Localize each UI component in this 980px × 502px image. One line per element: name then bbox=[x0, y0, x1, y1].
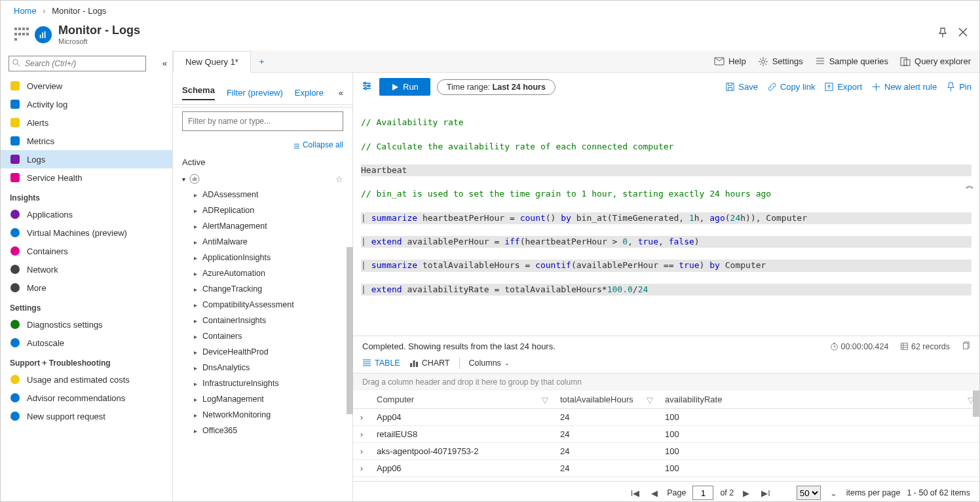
tree-item[interactable]: ADAssessment bbox=[182, 187, 343, 203]
expand-row-icon[interactable]: › bbox=[353, 459, 370, 476]
tree-item[interactable]: ApplicationInsights bbox=[182, 250, 343, 265]
tree-item[interactable]: AntiMalware bbox=[182, 234, 343, 250]
table-row[interactable]: ›App0624100 bbox=[353, 459, 979, 476]
expand-row-icon[interactable]: › bbox=[353, 408, 370, 425]
help-button[interactable]: Help bbox=[714, 50, 746, 72]
nav-item[interactable]: Diagnostics settings bbox=[1, 315, 172, 334]
nav-item[interactable]: Virtual Machines (preview) bbox=[1, 223, 172, 242]
time-range-selector[interactable]: Time range: Last 24 hours bbox=[437, 79, 556, 95]
tree-item[interactable]: InfrastructureInsights bbox=[182, 376, 343, 391]
run-button[interactable]: Run bbox=[379, 78, 430, 96]
search-input[interactable] bbox=[9, 56, 146, 71]
nav-item-logs[interactable]: Logs bbox=[1, 150, 172, 168]
page-input[interactable] bbox=[692, 486, 713, 500]
tree-item[interactable]: DeviceHealthProd bbox=[182, 344, 343, 360]
col-availability[interactable]: availabilityRate▽ bbox=[658, 391, 979, 409]
table-row[interactable]: ›deletethisvm24100 bbox=[353, 476, 979, 481]
tree-item[interactable]: Office365 bbox=[182, 423, 343, 438]
nav-item[interactable]: Advisor recommendations bbox=[1, 389, 172, 407]
expand-row-icon[interactable]: › bbox=[353, 476, 370, 481]
next-page-button[interactable]: ▶ bbox=[740, 488, 752, 498]
pin-button[interactable]: Pin bbox=[946, 82, 971, 92]
new-alert-button[interactable]: New alert rule bbox=[871, 82, 937, 92]
table-view-tab[interactable]: TABLE bbox=[362, 358, 400, 368]
close-icon[interactable] bbox=[958, 28, 968, 40]
tree-item[interactable]: AlertManagement bbox=[182, 218, 343, 234]
health-icon bbox=[10, 172, 20, 183]
explore-tab[interactable]: Explore bbox=[295, 88, 324, 98]
alerts-icon bbox=[10, 117, 20, 128]
expand-row-icon[interactable]: › bbox=[353, 442, 370, 459]
page-label: Page bbox=[667, 488, 686, 497]
nav-label: Logs bbox=[27, 155, 45, 164]
add-tab-button[interactable]: ＋ bbox=[251, 50, 273, 72]
tree-workspace[interactable]: ▾ ☆ bbox=[182, 171, 343, 187]
svg-rect-38 bbox=[416, 362, 418, 367]
query-editor[interactable]: // Availability rate // Calculate the av… bbox=[353, 101, 979, 336]
group-by-hint[interactable]: Drag a column header and drop it here to… bbox=[353, 374, 979, 391]
first-page-button[interactable]: I◀ bbox=[628, 488, 642, 498]
tree-item[interactable]: LogManagement bbox=[182, 391, 343, 407]
filter-icon[interactable]: ▽ bbox=[542, 395, 548, 405]
tree-item[interactable]: ContainerInsights bbox=[182, 313, 343, 328]
svg-rect-35 bbox=[963, 343, 968, 349]
tree-item[interactable]: ChangeTracking bbox=[182, 281, 343, 297]
nav-item-health[interactable]: Service Health bbox=[1, 168, 172, 187]
schema-scrollbar[interactable] bbox=[347, 247, 353, 414]
settings-button[interactable]: Settings bbox=[758, 50, 803, 72]
tree-item[interactable]: DnsAnalytics bbox=[182, 360, 343, 376]
nav-item[interactable]: Usage and estimated costs bbox=[1, 370, 172, 389]
resource-icon bbox=[14, 27, 29, 43]
schema-tab[interactable]: Schema bbox=[182, 85, 215, 100]
tree-item[interactable]: CompatibilityAssessment bbox=[182, 297, 343, 313]
table-row[interactable]: ›App0424100 bbox=[353, 408, 979, 425]
columns-button[interactable]: Columns ⌄ bbox=[469, 358, 510, 368]
col-computer[interactable]: Computer▽ bbox=[370, 391, 554, 409]
copy-results-icon[interactable] bbox=[962, 341, 970, 352]
tree-item[interactable]: Containers bbox=[182, 328, 343, 344]
filter-tab[interactable]: Filter (preview) bbox=[227, 88, 283, 98]
chart-view-tab[interactable]: CHART bbox=[409, 358, 450, 368]
pin-icon[interactable] bbox=[937, 28, 948, 40]
grid-scrollbar[interactable] bbox=[973, 391, 979, 417]
svg-point-21 bbox=[761, 60, 764, 63]
nav-item-alerts[interactable]: Alerts bbox=[1, 113, 172, 132]
save-button[interactable]: Save bbox=[725, 82, 758, 92]
nav-item-overview[interactable]: Overview bbox=[1, 77, 172, 95]
collapse-nav-icon[interactable]: « bbox=[162, 58, 167, 68]
collapse-all-button[interactable]: Collapse all bbox=[173, 138, 352, 153]
nav-item-metrics[interactable]: Metrics bbox=[1, 132, 172, 150]
copy-link-button[interactable]: Copy link bbox=[767, 82, 815, 92]
prev-page-button[interactable]: ◀ bbox=[649, 488, 660, 498]
expand-editor-icon[interactable]: ︽ bbox=[966, 180, 974, 191]
tree-item[interactable]: AzureAutomation bbox=[182, 265, 343, 281]
sample-queries-button[interactable]: Sample queries bbox=[815, 50, 888, 72]
nav-item[interactable]: Autoscale bbox=[1, 334, 172, 352]
last-page-button[interactable]: ▶I bbox=[759, 488, 772, 498]
collapse-schema-icon[interactable]: « bbox=[339, 88, 343, 98]
nav-item[interactable]: More bbox=[1, 279, 172, 297]
table-row[interactable]: ›aks-agentpool-40719753-224100 bbox=[353, 442, 979, 459]
page-title: Monitor - Logs bbox=[58, 24, 140, 37]
filter-icon[interactable]: ▽ bbox=[647, 395, 653, 405]
nav-item[interactable]: Network bbox=[1, 260, 172, 279]
export-button[interactable]: Export bbox=[824, 82, 862, 92]
nav-item[interactable]: New support request bbox=[1, 407, 172, 425]
tree-item[interactable]: NetworkMonitoring bbox=[182, 407, 343, 423]
query-settings-icon[interactable] bbox=[361, 80, 373, 94]
favorite-icon[interactable]: ☆ bbox=[335, 174, 343, 184]
nav-item-activity[interactable]: Activity log bbox=[1, 95, 172, 113]
nav-item[interactable]: Applications bbox=[1, 205, 172, 223]
nav-item[interactable]: Containers bbox=[1, 242, 172, 260]
query-tab[interactable]: New Query 1* bbox=[173, 51, 251, 73]
table-row[interactable]: ›retailEUS824100 bbox=[353, 425, 979, 442]
expand-row-icon[interactable]: › bbox=[353, 425, 370, 442]
svg-point-10 bbox=[10, 210, 20, 219]
query-explorer-button[interactable]: Query explorer bbox=[900, 50, 971, 72]
col-total-hours[interactable]: totalAvailableHours▽ bbox=[554, 391, 658, 409]
page-size-select[interactable]: 50 bbox=[797, 486, 821, 500]
breadcrumb-home[interactable]: Home bbox=[14, 6, 37, 16]
pager: I◀ ◀ Page of 2 ▶ ▶I 50 ⌄ items per page … bbox=[353, 481, 979, 502]
tree-item[interactable]: ADReplication bbox=[182, 203, 343, 218]
schema-filter-input[interactable] bbox=[182, 111, 343, 131]
